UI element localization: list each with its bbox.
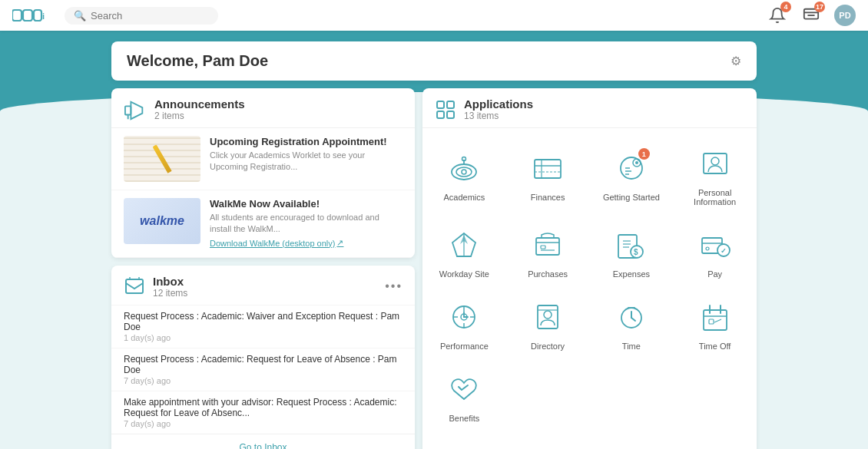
- announcement-desc-1: Click your Academics Worklet to see your…: [210, 150, 403, 173]
- app-performance[interactable]: Performance: [422, 288, 506, 360]
- academics-icon-wrap: [444, 148, 484, 188]
- svg-marker-8: [131, 101, 142, 118]
- svg-text:$: $: [634, 248, 638, 256]
- svg-point-18: [456, 167, 472, 177]
- messages-badge: 17: [814, 2, 825, 12]
- inbox-count: 12 items: [153, 288, 187, 299]
- settings-button[interactable]: ⚙: [731, 54, 741, 68]
- svg-rect-66: [704, 310, 727, 330]
- announcements-count: 2 items: [154, 111, 245, 121]
- announcements-icon: [124, 99, 147, 121]
- workday-site-icon: [446, 227, 482, 262]
- inbox-header: Inbox 12 items •••: [111, 266, 415, 305]
- go-to-inbox-link[interactable]: Go to Inbox: [111, 434, 415, 449]
- svg-rect-2: [34, 10, 41, 21]
- svg-rect-32: [704, 154, 727, 173]
- app-purchases[interactable]: Purchases: [506, 216, 590, 288]
- applications-card: Applications 13 items: [422, 88, 757, 449]
- nav-icons: 4 17 PD: [767, 5, 856, 26]
- purchases-icon-wrap: [528, 225, 568, 265]
- svg-point-26: [621, 157, 642, 179]
- svg-text:✓: ✓: [721, 247, 727, 255]
- svg-line-64: [631, 318, 635, 321]
- applications-count: 13 items: [464, 111, 533, 121]
- app-finances[interactable]: Finances: [506, 134, 590, 216]
- academics-icon: [446, 150, 482, 186]
- applications-title: Applications: [464, 97, 533, 111]
- app-time[interactable]: Time: [590, 288, 674, 360]
- two-column-layout: Announcements 2 items Upcoming Registrat: [111, 88, 757, 449]
- app-pay[interactable]: ✓ Pay: [673, 216, 757, 288]
- svg-rect-7: [125, 106, 131, 114]
- left-column: Announcements 2 items Upcoming Registrat: [111, 88, 415, 449]
- svg-rect-15: [437, 111, 444, 118]
- finances-label: Finances: [531, 193, 565, 202]
- getting-started-label: Getting Started: [603, 193, 660, 202]
- inbox-icon: [124, 276, 145, 297]
- svg-text:i: i: [42, 12, 45, 21]
- directory-label: Directory: [531, 342, 565, 351]
- getting-started-badge: 1: [638, 148, 650, 160]
- svg-point-33: [711, 157, 719, 165]
- time-off-label: Time Off: [699, 342, 731, 351]
- personal-info-icon-wrap: [695, 144, 735, 183]
- walkme-download-link[interactable]: Download WalkMe (desktop only) ↗: [210, 238, 343, 248]
- inbox-item-title-2: Request Process : Academic: Request for …: [124, 354, 403, 375]
- svg-rect-13: [437, 101, 444, 108]
- announcement-item: Upcoming Registration Appointment! Click…: [111, 128, 415, 190]
- app-academics[interactable]: Academics: [422, 134, 506, 216]
- inbox-item-title-3: Make appointment with your advisor: Requ…: [124, 397, 403, 418]
- messages-button[interactable]: 17: [800, 5, 822, 26]
- inbox-menu-button[interactable]: •••: [385, 279, 403, 293]
- svg-rect-70: [709, 319, 714, 324]
- pay-icon-wrap: ✓: [695, 225, 735, 265]
- expenses-label: Expenses: [613, 269, 650, 279]
- pay-label: Pay: [707, 269, 722, 279]
- benefits-icon-wrap: [444, 369, 484, 409]
- svg-rect-16: [447, 111, 454, 118]
- svg-point-21: [462, 157, 466, 161]
- notifications-button[interactable]: 4: [767, 5, 788, 26]
- expenses-icon-wrap: $: [611, 225, 651, 265]
- app-time-off[interactable]: Time Off: [673, 288, 757, 360]
- applications-header: Applications 13 items: [422, 88, 757, 128]
- external-link-icon: ↗: [336, 238, 343, 248]
- svg-point-28: [635, 161, 638, 164]
- announcements-title: Announcements: [154, 97, 245, 111]
- avatar[interactable]: PD: [834, 5, 856, 26]
- workday-site-icon-wrap: [444, 225, 484, 265]
- time-off-icon: [697, 299, 733, 335]
- search-input[interactable]: [91, 10, 198, 21]
- expenses-icon: $: [614, 227, 649, 262]
- walkme-logo: walkme: [124, 198, 200, 244]
- svg-line-71: [714, 319, 721, 322]
- app-directory[interactable]: Directory: [506, 288, 590, 360]
- app-expenses[interactable]: $ Expenses: [590, 216, 674, 288]
- svg-rect-38: [541, 246, 545, 249]
- svg-point-19: [462, 170, 466, 174]
- time-off-icon-wrap: [695, 297, 735, 337]
- inbox-item-3[interactable]: Make appointment with your advisor: Requ…: [111, 391, 415, 434]
- svg-point-60: [544, 311, 552, 319]
- search-bar[interactable]: 🔍: [65, 7, 218, 25]
- benefits-label: Benefits: [449, 414, 480, 423]
- welcome-card: Welcome, Pam Doe ⚙: [111, 41, 757, 81]
- app-getting-started[interactable]: 1 Getting Started: [590, 134, 674, 216]
- svg-rect-36: [536, 238, 559, 255]
- svg-point-49: [706, 247, 709, 250]
- inbox-item-title-1: Request Process : Academic: Waiver and E…: [124, 311, 403, 332]
- announcement-desc-2: All students are encouraged to download …: [210, 212, 403, 236]
- applications-icon: [435, 99, 456, 121]
- app-workday-site[interactable]: Workday Site: [422, 216, 506, 288]
- personal-info-icon: [697, 146, 733, 181]
- performance-icon: [446, 299, 482, 335]
- pay-icon: ✓: [697, 227, 733, 262]
- finances-icon-wrap: [528, 148, 568, 188]
- inbox-item-2[interactable]: Request Process : Academic: Request for …: [111, 348, 415, 391]
- inbox-item-1[interactable]: Request Process : Academic: Waiver and E…: [111, 305, 415, 348]
- logo[interactable]: i: [12, 7, 49, 24]
- app-benefits[interactable]: Benefits: [422, 360, 506, 432]
- inbox-item-time-2: 7 day(s) ago: [124, 376, 403, 385]
- directory-icon: [530, 299, 565, 335]
- app-personal-info[interactable]: Personal Information: [673, 134, 757, 216]
